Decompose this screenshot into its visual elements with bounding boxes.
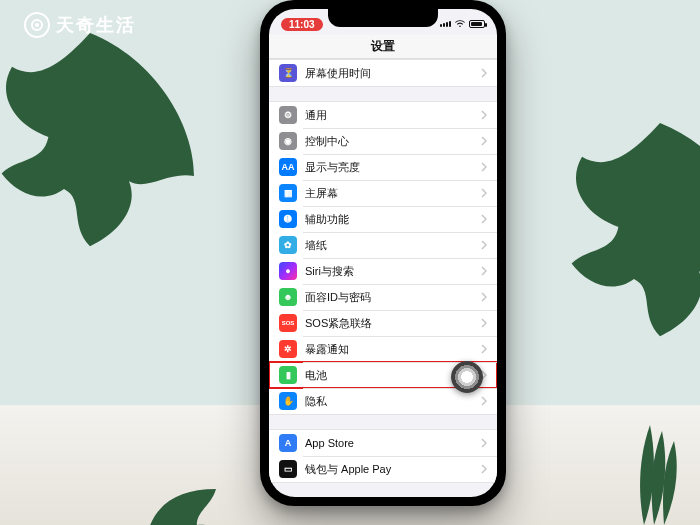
row-label: 面容ID与密码 [305, 290, 481, 305]
wallet-icon: ▭ [279, 460, 297, 478]
monstera-leaf-left [0, 20, 220, 280]
leaf-bottom-left [120, 465, 240, 525]
sos-icon: SOS [279, 314, 297, 332]
chevron-right-icon [481, 344, 487, 354]
settings-row-accessibility[interactable]: ➊辅助功能 [269, 206, 497, 232]
privacy-icon: ✋ [279, 392, 297, 410]
chevron-right-icon [481, 266, 487, 276]
settings-row-sos[interactable]: SOSSOS紧急联络 [269, 310, 497, 336]
row-label: SOS紧急联络 [305, 316, 481, 331]
brand-ring-icon [24, 12, 50, 38]
faceid-icon: ☻ [279, 288, 297, 306]
chevron-right-icon [481, 188, 487, 198]
battery-icon: ▮ [279, 366, 297, 384]
chevron-right-icon [481, 68, 487, 78]
settings-row-wallpaper[interactable]: ✿墙纸 [269, 232, 497, 258]
screentime-icon: ⏳ [279, 64, 297, 82]
row-label: 暴露通知 [305, 342, 481, 357]
notch [328, 9, 438, 27]
row-label: 主屏幕 [305, 186, 481, 201]
iphone-frame: 11:03 设置 ⏳屏幕使用时间⚙通用◉控制中心AA显示与亮度▦主屏幕➊辅助功能… [260, 0, 506, 506]
siri-icon: ● [279, 262, 297, 280]
row-label: Siri与搜索 [305, 264, 481, 279]
row-label: 钱包与 Apple Pay [305, 462, 481, 477]
status-right [440, 20, 485, 28]
chevron-right-icon [481, 162, 487, 172]
cellular-bars-icon [440, 21, 451, 27]
screen: 11:03 设置 ⏳屏幕使用时间⚙通用◉控制中心AA显示与亮度▦主屏幕➊辅助功能… [269, 9, 497, 497]
chevron-right-icon [481, 214, 487, 224]
assistive-touch-button[interactable] [451, 361, 483, 393]
nav-title: 设置 [269, 35, 497, 59]
settings-row-siri[interactable]: ●Siri与搜索 [269, 258, 497, 284]
appstore-icon: A [279, 434, 297, 452]
settings-row-screentime[interactable]: ⏳屏幕使用时间 [269, 60, 497, 86]
chevron-right-icon [481, 110, 487, 120]
settings-list[interactable]: ⏳屏幕使用时间⚙通用◉控制中心AA显示与亮度▦主屏幕➊辅助功能✿墙纸●Siri与… [269, 59, 497, 497]
settings-row-display[interactable]: AA显示与亮度 [269, 154, 497, 180]
home-icon: ▦ [279, 184, 297, 202]
chevron-right-icon [481, 318, 487, 328]
status-time: 11:03 [281, 18, 323, 31]
row-label: App Store [305, 437, 481, 449]
row-label: 隐私 [305, 394, 481, 409]
general-icon: ⚙ [279, 106, 297, 124]
wifi-icon [455, 20, 465, 28]
monstera-leaf-right [530, 110, 700, 370]
wallpaper-icon: ✿ [279, 236, 297, 254]
row-label: 控制中心 [305, 134, 481, 149]
leaf-bottom-right [600, 405, 700, 525]
row-label: 屏幕使用时间 [305, 66, 481, 81]
battery-icon [469, 20, 485, 28]
settings-row-home[interactable]: ▦主屏幕 [269, 180, 497, 206]
settings-row-faceid[interactable]: ☻面容ID与密码 [269, 284, 497, 310]
chevron-right-icon [481, 292, 487, 302]
settings-row-exposure[interactable]: ✲暴露通知 [269, 336, 497, 362]
row-label: 辅助功能 [305, 212, 481, 227]
settings-row-appstore[interactable]: AApp Store [269, 430, 497, 456]
chevron-right-icon [481, 464, 487, 474]
row-label: 显示与亮度 [305, 160, 481, 175]
brand-text: 天奇生活 [56, 13, 136, 37]
settings-row-control[interactable]: ◉控制中心 [269, 128, 497, 154]
control-icon: ◉ [279, 132, 297, 150]
display-icon: AA [279, 158, 297, 176]
settings-group: ⏳屏幕使用时间 [269, 59, 497, 87]
settings-group: AApp Store▭钱包与 Apple Pay [269, 429, 497, 483]
chevron-right-icon [481, 240, 487, 250]
brand-logo: 天奇生活 [24, 12, 136, 38]
settings-row-wallet[interactable]: ▭钱包与 Apple Pay [269, 456, 497, 482]
chevron-right-icon [481, 136, 487, 146]
row-label: 墙纸 [305, 238, 481, 253]
settings-row-general[interactable]: ⚙通用 [269, 102, 497, 128]
chevron-right-icon [481, 396, 487, 406]
row-label: 通用 [305, 108, 481, 123]
exposure-icon: ✲ [279, 340, 297, 358]
accessibility-icon: ➊ [279, 210, 297, 228]
chevron-right-icon [481, 438, 487, 448]
